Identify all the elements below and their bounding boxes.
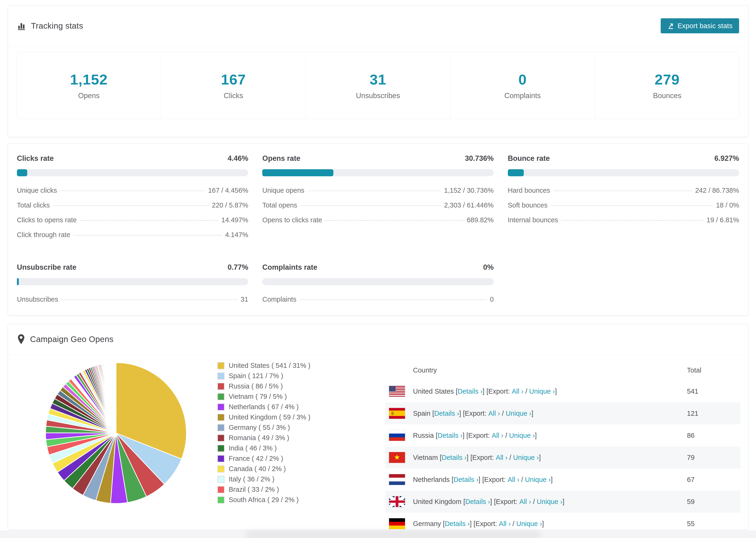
details-link[interactable]: Details › — [458, 388, 482, 395]
legend-item: Spain ( 121 / 7% ) — [217, 372, 328, 380]
metric-leader — [561, 220, 703, 221]
table-row: Netherlands [Details ›] [Export: All › /… — [385, 468, 740, 491]
stat-value: 1,152 — [70, 71, 108, 88]
flag-ru-icon — [389, 430, 405, 441]
stat-card: 1,152 Opens — [17, 52, 161, 119]
metric-leader — [60, 190, 205, 191]
metric-row: Opens to clicks rate 689.82% — [262, 216, 494, 224]
legend-swatch — [217, 393, 225, 400]
total-value: 121 — [687, 409, 740, 417]
rate-percent: 4.46% — [228, 154, 248, 163]
export-unique-link[interactable]: Unique › — [516, 520, 542, 528]
total-value: 541 — [687, 388, 740, 395]
page-bottom-strip — [0, 530, 756, 538]
legend-item: Vietnam ( 79 / 5% ) — [217, 393, 328, 401]
legend-label: Spain ( 121 / 7% ) — [229, 372, 283, 380]
metric-label: Unique clicks — [17, 187, 57, 194]
stat-value: 167 — [221, 71, 246, 88]
legend-swatch — [217, 383, 225, 390]
rate-metric-list: Hard bounces 242 / 86.738% Soft bounces … — [508, 187, 739, 224]
metric-row: Complaints 0 — [262, 296, 494, 303]
export-unique-link[interactable]: Unique › — [513, 454, 539, 461]
table-row: United States [Details ›] [Export: All ›… — [385, 380, 740, 402]
country-name: United Kingdom — [413, 498, 461, 506]
table-row: Vietnam [Details ›] [Export: All › / Uni… — [385, 447, 740, 468]
stat-card: 31 Unsubscribes — [306, 52, 451, 119]
rate-title: Complaints rate — [262, 263, 317, 272]
details-link[interactable]: Details › — [445, 520, 469, 528]
export-all-link[interactable]: All › — [512, 388, 523, 395]
export-button-label: Export basic stats — [677, 22, 732, 30]
metric-value: 19 / 6.81% — [706, 216, 739, 224]
export-unique-link[interactable]: Unique › — [537, 498, 563, 506]
details-link[interactable]: Details › — [465, 498, 490, 506]
rates-grid: Clicks rate 4.46% Unique clicks 167 / 4.… — [17, 154, 739, 310]
rate-block: Complaints rate 0% Complaints 0 — [262, 263, 494, 310]
country-name: Vietnam — [413, 454, 438, 461]
export-all-link[interactable]: All › — [519, 498, 531, 506]
details-link[interactable]: Details › — [454, 476, 478, 484]
rate-title: Unsubscribe rate — [17, 263, 76, 272]
legend-item: Russia ( 86 / 5% ) — [217, 382, 328, 390]
rate-block: Opens rate 30.736% Unique opens 1,152 / … — [262, 154, 494, 246]
metric-label: Total opens — [262, 201, 297, 209]
legend-swatch — [217, 372, 225, 380]
stat-label: Unsubscribes — [356, 91, 400, 100]
country-name: Russia — [413, 432, 434, 439]
metric-leader — [74, 235, 222, 236]
legend-item: France ( 42 / 2% ) — [217, 455, 328, 462]
stat-label: Clicks — [224, 91, 243, 100]
stat-value: 279 — [655, 71, 679, 88]
total-value: 59 — [687, 498, 740, 506]
metric-label: Opens to clicks rate — [262, 216, 322, 224]
table-header: Country Total — [385, 360, 740, 380]
legend-swatch — [217, 424, 225, 431]
legend-label: Canada ( 40 / 2% ) — [229, 465, 286, 473]
metric-label: Total clicks — [17, 201, 50, 209]
export-basic-stats-button[interactable]: Export basic stats — [661, 18, 739, 33]
metric-label: Hard bounces — [508, 187, 550, 194]
legend-item: Brazil ( 33 / 2% ) — [217, 486, 328, 493]
metric-value: 14.497% — [221, 216, 248, 224]
legend-item: South Africa ( 29 / 2% ) — [217, 496, 328, 504]
details-link[interactable]: Details › — [434, 409, 459, 417]
legend-swatch — [217, 414, 225, 421]
rate-metric-list: Unique clicks 167 / 4.456% Total clicks … — [17, 187, 248, 239]
rate-metric-list: Unsubscribes 31 — [17, 296, 248, 303]
export-unique-link[interactable]: Unique › — [525, 476, 551, 484]
country-name: United States — [413, 388, 454, 395]
total-value: 55 — [687, 520, 740, 528]
metric-value: 689.82% — [467, 216, 494, 224]
stat-label: Bounces — [653, 91, 681, 100]
legend-item: Netherlands ( 67 / 4% ) — [217, 403, 328, 411]
export-unique-link[interactable]: Unique › — [509, 432, 535, 439]
page: { "colors":{"accent_teal":"#1d87a0","sta… — [0, 0, 756, 538]
legend-item: United States ( 541 / 31% ) — [217, 362, 328, 369]
metric-leader — [307, 190, 441, 191]
legend-label: South Africa ( 29 / 2% ) — [229, 496, 298, 504]
metric-label: Unsubscribes — [17, 296, 58, 303]
country-name: Germany — [413, 520, 441, 528]
metric-label: Internal bounces — [508, 216, 558, 224]
export-all-link[interactable]: All › — [496, 454, 507, 461]
export-all-link[interactable]: All › — [499, 520, 511, 528]
export-all-link[interactable]: All › — [492, 432, 503, 439]
legend-label: Vietnam ( 79 / 5% ) — [229, 393, 287, 401]
export-unique-link[interactable]: Unique › — [529, 388, 555, 395]
geo-pie-chart — [43, 360, 189, 506]
details-link[interactable]: Details › — [438, 432, 462, 439]
legend-label: United States ( 541 / 31% ) — [229, 362, 310, 369]
legend-swatch — [217, 486, 225, 493]
export-all-link[interactable]: All › — [488, 409, 500, 417]
flag-es-icon — [389, 408, 405, 419]
metric-row: Click through rate 4.147% — [17, 231, 248, 239]
legend-swatch — [217, 445, 225, 452]
tracking-stats-header: Tracking stats Export basic stats — [8, 5, 748, 46]
rates-panel: Clicks rate 4.46% Unique clicks 167 / 4.… — [8, 143, 748, 315]
stat-value: 0 — [518, 71, 527, 88]
details-link[interactable]: Details › — [442, 454, 466, 461]
export-unique-link[interactable]: Unique › — [506, 409, 531, 417]
export-all-link[interactable]: All › — [508, 476, 519, 484]
export-icon — [667, 22, 674, 29]
table-row: Spain [Details ›] [Export: All › / Uniqu… — [385, 402, 740, 424]
